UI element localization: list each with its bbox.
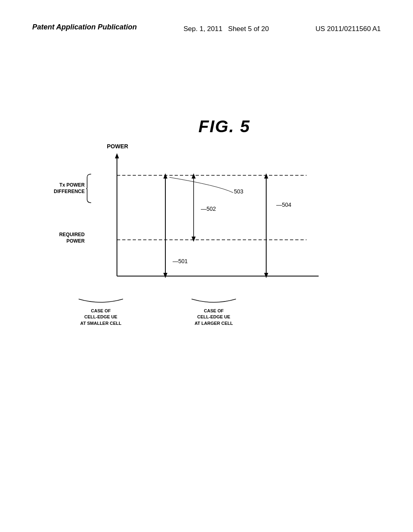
svg-text:503: 503 (234, 188, 244, 195)
svg-text:—501: —501 (173, 258, 188, 264)
smaller-cell-label-group: CASE OF CELL-EDGE UE AT SMALLER CELL (77, 298, 125, 326)
patent-number: US 2011/0211560 A1 (315, 22, 381, 34)
sheet-info: Sheet 5 of 20 (228, 25, 269, 33)
main-diagram: —502 503 —504 —501 (97, 151, 331, 296)
svg-text:—502: —502 (201, 206, 216, 212)
svg-marker-13 (192, 237, 196, 242)
svg-marker-6 (163, 173, 167, 179)
larger-cell-label-group: CASE OF CELL-EDGE UE AT LARGER CELL (190, 298, 238, 326)
larger-cell-brace (190, 298, 238, 305)
figure-title: FIG. 5 (198, 117, 250, 136)
smaller-cell-brace (77, 298, 125, 305)
publication-date: Sep. 1, 2011 (184, 25, 222, 33)
smaller-cell-label: CASE OF CELL-EDGE UE AT SMALLER CELL (77, 308, 125, 326)
header-date-sheet: Sep. 1, 2011 Sheet 5 of 20 (184, 22, 269, 34)
req-power-label-group: REQUIREDPOWER (48, 232, 93, 244)
tx-power-brace (86, 173, 93, 204)
tx-power-label-group: Tx POWERDIFFERENCE (48, 173, 93, 204)
req-power-label: REQUIREDPOWER (48, 232, 85, 244)
svg-text:—504: —504 (276, 202, 292, 208)
svg-marker-10 (264, 273, 268, 278)
svg-marker-7 (163, 273, 167, 278)
page-header: Patent Application Publication Sep. 1, 2… (0, 22, 413, 34)
svg-marker-1 (115, 153, 119, 158)
power-axis-label: POWER (107, 143, 128, 150)
tx-power-label: Tx POWERDIFFERENCE (48, 182, 85, 195)
larger-cell-label: CASE OF CELL-EDGE UE AT LARGER CELL (190, 308, 238, 326)
publication-title: Patent Application Publication (32, 22, 137, 32)
req-power-indicator (86, 235, 93, 242)
svg-marker-12 (192, 173, 196, 179)
diagram-container: POWER Tx POWERDIFFERENCE REQUIREDPOWER (44, 143, 351, 328)
svg-marker-9 (264, 173, 268, 179)
